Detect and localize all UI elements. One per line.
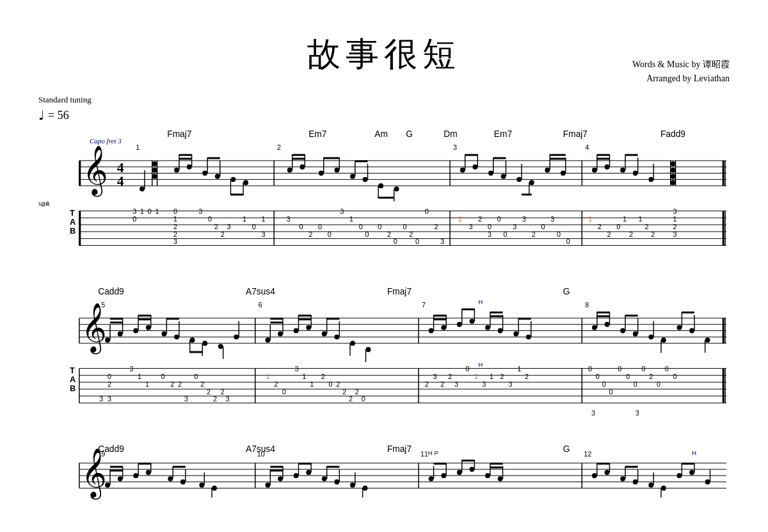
tab-num: 3 — [227, 223, 231, 230]
measure-10: 10 — [257, 450, 265, 458]
tab-num: 2 — [629, 230, 633, 238]
tempo-value: = 56 — [48, 109, 69, 122]
svg-point-232 — [105, 482, 110, 487]
tab-num: 2 — [478, 215, 482, 223]
tab-num: 0 — [616, 223, 620, 230]
svg-point-93 — [671, 180, 676, 185]
staff-svg-2: Cadd9 A7sus4 Fmaj7 G 𝄞 5 6 7 8 — [38, 280, 730, 425]
svg-point-79 — [605, 165, 610, 170]
svg-point-265 — [334, 479, 339, 484]
svg-point-128 — [146, 325, 151, 330]
svg-point-169 — [441, 325, 446, 330]
staff-system-1: Capo fret 3 s.guit. Fmaj7 Em7 Am G Dm Em… — [38, 123, 730, 268]
tab-num-5: 3 — [184, 395, 188, 403]
svg-point-41 — [319, 171, 324, 176]
svg-point-180 — [498, 328, 503, 333]
tab-num: 2 — [214, 223, 218, 230]
svg-point-92 — [671, 174, 676, 179]
svg-point-137 — [190, 337, 195, 343]
svg-point-245 — [180, 479, 186, 484]
tab-num: 1 — [243, 215, 246, 223]
svg-point-165 — [366, 347, 371, 352]
tab-num-6: 1 — [266, 373, 269, 380]
tab-num: 0 — [365, 230, 369, 238]
tab-num: 3 — [673, 230, 677, 238]
tab-num: 3 — [173, 238, 177, 245]
svg-point-163 — [350, 341, 355, 346]
tab-num-7: 3 — [482, 380, 486, 388]
chord-fadd9-1: Fadd9 — [660, 129, 685, 139]
svg-point-263 — [322, 476, 327, 481]
tab-num-6: 1 — [310, 380, 314, 388]
tab-num-5: 2 — [178, 380, 182, 388]
measure-8: 8 — [585, 301, 589, 309]
tab-num: 0 — [566, 238, 570, 245]
svg-point-21 — [187, 165, 192, 170]
page: 故事很短 Words & Music by 谭昭霞 Arranged by Le… — [0, 0, 768, 526]
tab-num-6: 0 — [362, 395, 365, 403]
chord-fmaj7-3: Fmaj7 — [387, 286, 412, 296]
tab-num: 2 — [409, 230, 413, 238]
tab-num-5: 1 — [138, 373, 141, 380]
tab-num: 0 — [488, 223, 492, 230]
quarter-note-icon: ♩ — [38, 108, 44, 123]
tab-num-8: 0 — [626, 373, 630, 380]
words-music-credit: Words & Music by 谭昭霞 — [632, 58, 730, 72]
tab-num: 2 — [308, 230, 312, 238]
tab-num-6: 2 — [321, 373, 325, 380]
tab-num: 0 — [378, 223, 381, 230]
tab-num-5: 2 — [221, 388, 225, 396]
tab-num: 3 — [513, 223, 516, 230]
tab-num-5: 3 — [99, 395, 103, 403]
tab-num: 3 — [488, 230, 492, 238]
treble-clef: 𝄞 — [83, 145, 108, 197]
svg-point-240 — [146, 470, 151, 475]
svg-point-202 — [661, 337, 666, 343]
svg-point-46 — [350, 174, 355, 179]
measure-4: 4 — [585, 143, 589, 151]
svg-point-243 — [168, 476, 173, 481]
tab-num-5: 2 — [200, 380, 204, 388]
tab-t: T — [70, 208, 75, 218]
svg-point-248 — [199, 482, 204, 487]
svg-point-204 — [677, 325, 682, 330]
tab-num-5: 2 — [170, 380, 174, 388]
hp-marker: H P — [428, 449, 439, 456]
tab-num: 0 — [173, 207, 177, 215]
staff-svg-3: Cadd9 A7sus4 Fmaj7 G 𝄞 9 10 11 12 H P — [38, 438, 730, 501]
measure-1: 1 — [136, 143, 140, 151]
svg-point-43 — [334, 168, 339, 173]
svg-point-167 — [429, 328, 434, 333]
tab-num-8: 0 — [618, 365, 621, 373]
svg-point-139 — [202, 341, 207, 346]
svg-point-288 — [592, 473, 597, 478]
capo-label: Capo fret 3 — [90, 137, 122, 145]
tab-b-2: B — [70, 383, 76, 393]
tab-num: 1 — [140, 207, 144, 215]
svg-point-191 — [605, 322, 610, 327]
chord-fmaj7-4: Fmaj7 — [387, 444, 412, 453]
svg-point-134 — [174, 334, 179, 339]
tab-b: B — [70, 226, 76, 236]
tab-num-8: 3 — [591, 409, 595, 417]
svg-point-197 — [633, 331, 638, 336]
tab-num: 3 — [262, 230, 266, 238]
svg-point-274 — [441, 473, 446, 478]
svg-point-186 — [526, 334, 531, 339]
tab-num-6: 3 — [295, 365, 299, 373]
tuning-label: Standard tuning — [38, 95, 730, 105]
tab-num: 1 — [173, 215, 177, 223]
svg-point-35 — [287, 168, 292, 173]
measure-3: 3 — [453, 143, 457, 151]
svg-point-25 — [202, 171, 207, 176]
svg-point-37 — [300, 165, 305, 170]
tab-a: A — [70, 217, 76, 227]
tab-num-7: 3 — [508, 380, 512, 388]
tab-num: 3 — [522, 215, 526, 223]
tab-num: 0 — [132, 215, 136, 223]
tab-num-8: 0 — [588, 365, 592, 373]
svg-point-66 — [516, 177, 522, 182]
svg-point-277 — [457, 470, 462, 475]
svg-point-85 — [633, 171, 638, 176]
tab-num: 0 — [328, 230, 332, 238]
